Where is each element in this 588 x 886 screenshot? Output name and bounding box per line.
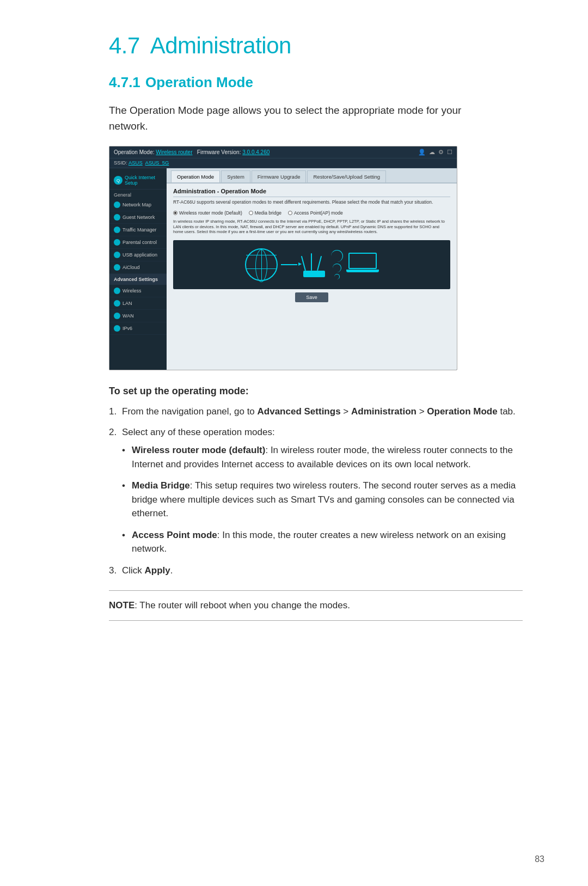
bullet-access-point: Access Point mode: In this mode, the rou… (122, 528, 523, 556)
arrow-icon (281, 264, 297, 265)
instruction-heading: To set up the operating mode: (109, 386, 523, 397)
radio-ap-circle (288, 211, 292, 215)
router-illustration (173, 240, 450, 289)
router-content-area: Operation Mode System Firmware Upgrade R… (167, 168, 457, 370)
sidebar-advanced-settings: Advanced Settings (109, 274, 167, 285)
quick-setup-icon: Q (114, 176, 122, 185)
step-1: From the navigation panel, go to Advance… (109, 405, 523, 419)
settings-icon: ⚙ (438, 149, 444, 156)
save-button[interactable]: Save (295, 292, 328, 302)
router-screenshot: Operation Mode: Wireless router Firmware… (109, 146, 457, 370)
save-button-row: Save (173, 292, 450, 302)
radio-wireless-circle (173, 211, 177, 215)
section-title: 4.7.1 Operation Mode (109, 74, 523, 91)
steps-list: From the navigation panel, go to Advance… (109, 405, 523, 577)
usb-icon (114, 252, 120, 258)
traffic-manager-icon (114, 227, 120, 233)
tab-firmware-upgrade[interactable]: Firmware Upgrade (252, 170, 307, 182)
guest-network-icon (114, 214, 120, 221)
sidebar-item-guest-network: Guest Network (109, 211, 167, 224)
sidebar-item-network-map: Network Map (109, 199, 167, 211)
router-topbar: Operation Mode: Wireless router Firmware… (109, 146, 457, 158)
sidebar-item-parental-control: Parental control (109, 236, 167, 249)
parental-control-icon (114, 239, 120, 246)
cloud-icon: ☁ (429, 149, 435, 156)
lan-icon (114, 300, 120, 307)
radio-access-point: Access Point(AP) mode (288, 210, 343, 216)
sidebar-item-wireless: Wireless (109, 285, 167, 297)
sidebar-item-aicloud: AiCloud (109, 261, 167, 274)
content-heading: Administration - Operation Mode (173, 188, 450, 197)
topbar-icons: 👤 ☁ ⚙ ☐ (418, 149, 452, 156)
power-icon: ☐ (447, 149, 452, 156)
radio-media-circle (249, 211, 253, 215)
network-map-icon (114, 201, 120, 208)
router-device-icon (301, 253, 328, 277)
radio-options: Wireless router mode (Default) Media bri… (173, 210, 450, 216)
page-number: 83 (535, 854, 544, 864)
router-main: Q Quick Internet Setup General Network M… (109, 168, 457, 370)
user-icon: 👤 (418, 149, 426, 156)
router-sidebar: Q Quick Internet Setup General Network M… (109, 168, 167, 370)
aicloud-icon (114, 264, 120, 271)
tab-restore-save[interactable]: Restore/Save/Upload Setting (307, 170, 386, 182)
page-title: 4.7 Administration (109, 33, 523, 59)
bullet-media-bridge: Media Bridge: This setup requires two wi… (122, 479, 523, 521)
bullet-list: Wireless router mode (default): In wirel… (122, 443, 523, 556)
step-3: Click Apply. (109, 564, 523, 578)
tab-system[interactable]: System (221, 170, 250, 182)
router-tabs: Operation Mode System Firmware Upgrade R… (167, 168, 457, 184)
bullet-wireless-router: Wireless router mode (default): In wirel… (122, 443, 523, 471)
sidebar-item-traffic-manager: Traffic Manager (109, 224, 167, 236)
mode-description: In wireless router IP sharing mode, RT-A… (173, 219, 450, 235)
laptop-icon (346, 253, 379, 277)
sidebar-item-usb: USB application (109, 249, 167, 261)
radio-media-bridge: Media bridge (249, 210, 281, 216)
topbar-mode-info: Operation Mode: Wireless router Firmware… (114, 149, 270, 155)
intro-text: The Operation Mode page allows you to se… (109, 103, 479, 134)
tab-operation-mode[interactable]: Operation Mode (171, 170, 220, 182)
router-content-body: Administration - Operation Mode RT-AC66U… (167, 184, 457, 370)
globe-icon (245, 248, 278, 281)
note-box: NOTE: The router will reboot when you ch… (109, 590, 523, 621)
radio-wireless-router: Wireless router mode (Default) (173, 210, 242, 216)
signal-waves-icon (331, 250, 343, 279)
sidebar-item-ipv6: IPv6 (109, 322, 167, 335)
sidebar-general-label: General (109, 190, 167, 199)
step-2: Select any of these operation modes: Wir… (109, 425, 523, 556)
content-description: RT-AC66U supports several operation mode… (173, 199, 450, 206)
sidebar-item-lan: LAN (109, 297, 167, 310)
ipv6-icon (114, 325, 120, 332)
wireless-icon (114, 288, 120, 294)
sidebar-quick-setup: Q Quick Internet Setup (109, 172, 167, 190)
instruction-section: To set up the operating mode: From the n… (109, 386, 523, 621)
sidebar-item-wan: WAN (109, 310, 167, 322)
router-ssid-bar: SSID: ASUS ASUS_5G (109, 158, 457, 168)
wan-icon (114, 313, 120, 319)
